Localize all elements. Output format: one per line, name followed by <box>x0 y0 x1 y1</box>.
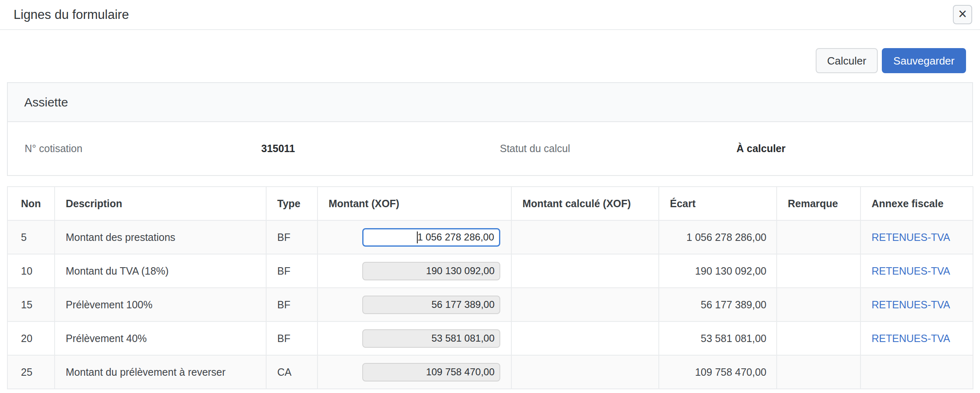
column-header: Type <box>266 187 317 220</box>
ecart-cell: 1 056 278 286,00 <box>659 220 777 254</box>
column-header: Description <box>55 187 266 220</box>
modal-header: Lignes du formulaire × <box>0 0 980 30</box>
lignes-du-formulaire-modal: Lignes du formulaire × Calculer Sauvegar… <box>0 0 980 389</box>
annexe-cell: RETENUES-TVA <box>860 254 973 288</box>
line-number-cell: 5 <box>7 220 55 254</box>
description-cell: Prélèvement 40% <box>55 321 266 355</box>
montant-calcule-cell <box>511 220 659 254</box>
ecart-cell: 56 177 389,00 <box>659 288 777 321</box>
montant-input-wrap <box>362 228 500 247</box>
montant-input[interactable] <box>362 262 500 280</box>
montant-input[interactable] <box>362 296 500 314</box>
annexe-cell: RETENUES-TVA <box>860 288 973 321</box>
cotisation-field: N° cotisation 315011 <box>8 143 490 155</box>
action-toolbar: Calculer Sauvegarder <box>0 48 966 73</box>
remarque-cell <box>777 288 860 321</box>
column-header: Écart <box>659 187 777 220</box>
montant-input[interactable] <box>362 329 500 348</box>
statut-calcul-field: Statut du calcul À calculer <box>490 143 972 155</box>
annexe-fiscale-link[interactable]: RETENUES-TVA <box>872 265 950 277</box>
assiette-title: Assiette <box>24 95 68 109</box>
montant-cell <box>317 321 511 355</box>
annexe-fiscale-link[interactable]: RETENUES-TVA <box>872 333 950 344</box>
type-cell: BF <box>266 254 317 288</box>
montant-cell <box>317 254 511 288</box>
form-lines-table-container: NonDescriptionTypeMontant (XOF)Montant c… <box>7 186 973 389</box>
cotisation-value: 315011 <box>261 143 295 155</box>
calculer-button[interactable]: Calculer <box>816 48 878 73</box>
description-cell: Montant du TVA (18%) <box>55 254 266 288</box>
montant-input-wrap <box>362 363 500 381</box>
line-number-cell: 15 <box>7 288 55 321</box>
column-header: Montant calculé (XOF) <box>511 187 659 220</box>
montant-input[interactable] <box>362 228 500 247</box>
remarque-cell <box>777 254 860 288</box>
line-number-cell: 20 <box>7 321 55 355</box>
line-number-cell: 25 <box>7 355 55 389</box>
statut-calcul-label: Statut du calcul <box>500 143 736 155</box>
annexe-fiscale-link[interactable]: RETENUES-TVA <box>872 231 950 243</box>
montant-input-wrap <box>362 329 500 348</box>
column-header: Annexe fiscale <box>860 187 973 220</box>
type-cell: BF <box>266 288 317 321</box>
form-lines-table: NonDescriptionTypeMontant (XOF)Montant c… <box>7 186 973 389</box>
assiette-header: Assiette <box>8 83 972 122</box>
type-cell: CA <box>266 355 317 389</box>
montant-input[interactable] <box>362 363 500 381</box>
column-header: Non <box>7 187 55 220</box>
montant-calcule-cell <box>511 288 659 321</box>
column-header: Remarque <box>777 187 860 220</box>
remarque-cell <box>777 220 860 254</box>
ecart-cell: 53 581 081,00 <box>659 321 777 355</box>
table-row: 15Prélèvement 100%BF56 177 389,00RETENUE… <box>7 288 973 321</box>
table-header-row: NonDescriptionTypeMontant (XOF)Montant c… <box>7 187 973 220</box>
type-cell: BF <box>266 321 317 355</box>
montant-cell <box>317 288 511 321</box>
annexe-cell <box>860 355 973 389</box>
montant-cell <box>317 220 511 254</box>
line-number-cell: 10 <box>7 254 55 288</box>
statut-calcul-value: À calculer <box>736 143 786 155</box>
montant-cell <box>317 355 511 389</box>
table-body: 5Montant des prestationsBF1 056 278 286,… <box>7 220 973 389</box>
ecart-cell: 109 758 470,00 <box>659 355 777 389</box>
table-row: 10Montant du TVA (18%)BF190 130 092,00RE… <box>7 254 973 288</box>
column-header: Montant (XOF) <box>317 187 511 220</box>
montant-input-wrap <box>362 262 500 280</box>
assiette-card: Assiette N° cotisation 315011 Statut du … <box>7 82 973 176</box>
table-row: 20Prélèvement 40%BF53 581 081,00RETENUES… <box>7 321 973 355</box>
annexe-cell: RETENUES-TVA <box>860 220 973 254</box>
ecart-cell: 190 130 092,00 <box>659 254 777 288</box>
close-icon: × <box>958 7 967 21</box>
close-button[interactable]: × <box>953 5 972 24</box>
montant-calcule-cell <box>511 321 659 355</box>
table-row: 25Montant du prélèvement à reverserCA109… <box>7 355 973 389</box>
table-row: 5Montant des prestationsBF1 056 278 286,… <box>7 220 973 254</box>
type-cell: BF <box>266 220 317 254</box>
description-cell: Montant des prestations <box>55 220 266 254</box>
description-cell: Prélèvement 100% <box>55 288 266 321</box>
assiette-body: N° cotisation 315011 Statut du calcul À … <box>8 122 972 175</box>
montant-calcule-cell <box>511 254 659 288</box>
text-cursor <box>417 231 418 243</box>
annexe-fiscale-link[interactable]: RETENUES-TVA <box>872 299 950 310</box>
montant-calcule-cell <box>511 355 659 389</box>
montant-input-wrap <box>362 296 500 314</box>
remarque-cell <box>777 355 860 389</box>
modal-title: Lignes du formulaire <box>14 7 129 22</box>
description-cell: Montant du prélèvement à reverser <box>55 355 266 389</box>
remarque-cell <box>777 321 860 355</box>
sauvegarder-button[interactable]: Sauvegarder <box>882 48 966 73</box>
annexe-cell: RETENUES-TVA <box>860 321 973 355</box>
cotisation-label: N° cotisation <box>25 143 261 155</box>
